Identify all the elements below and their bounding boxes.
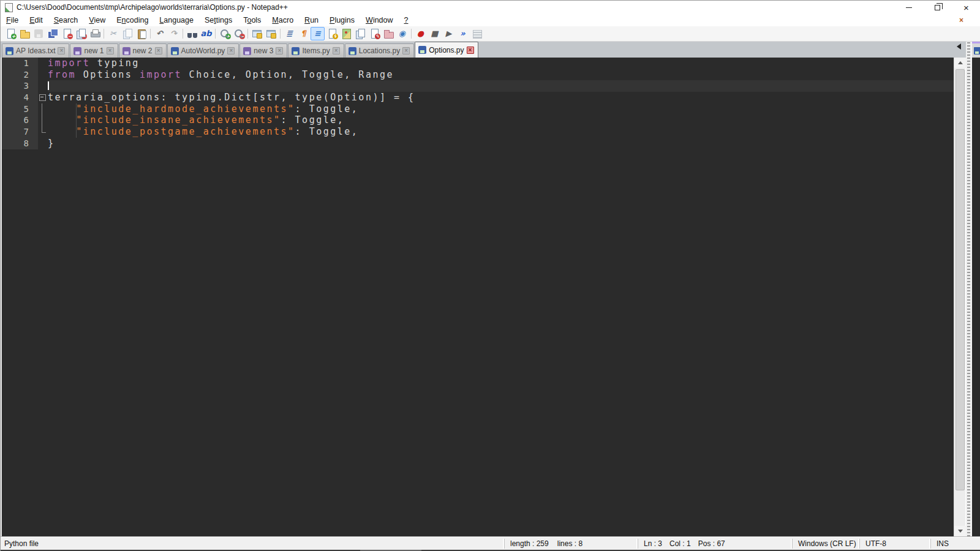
menu-edit[interactable]: Edit	[24, 15, 48, 26]
tab-bar: AP Ideas.txt×new 1×new 2×AutoWorld.py×ne…	[1, 42, 980, 58]
code-line: 7 "include_postgame_achievements": Toggl…	[2, 126, 954, 138]
line-number: 7	[2, 126, 38, 138]
paste-button[interactable]	[134, 27, 148, 40]
scroll-up-arrow[interactable]	[954, 58, 966, 68]
scroll-down-arrow[interactable]	[954, 526, 966, 536]
menu-window[interactable]: Window	[360, 15, 398, 26]
status-length-lines: length : 259 lines : 8	[504, 539, 638, 549]
menu-plugins[interactable]: Plugins	[324, 15, 360, 26]
tab-label: new 2	[133, 47, 153, 55]
tab-autoworld-py[interactable]: AutoWorld.py×	[167, 43, 239, 58]
tab-close-icon[interactable]: ×	[402, 47, 410, 54]
menubar-close-icon[interactable]: ×	[959, 16, 963, 24]
status-eol-format: Windows (CR LF)	[792, 539, 859, 549]
tab-new-1[interactable]: new 1×	[70, 43, 118, 58]
document-list-button[interactable]	[353, 27, 367, 40]
tab-close-icon[interactable]: ×	[467, 47, 474, 54]
close-button[interactable]: ×	[952, 1, 980, 14]
indent-guide	[76, 103, 77, 115]
menu-settings[interactable]: Settings	[199, 15, 238, 26]
tab-close-icon[interactable]: ×	[333, 47, 340, 54]
show-indent-guide-button[interactable]: ≡	[311, 27, 325, 40]
menu-search[interactable]: Search	[48, 15, 84, 26]
tab-new-3[interactable]: new 3×	[239, 43, 287, 58]
close-icon: ×	[963, 3, 969, 12]
save-recorded-macro-button[interactable]	[470, 27, 484, 40]
tab-scroll-left-arrow[interactable]	[957, 43, 961, 50]
monitoring-button[interactable]: ◉	[395, 27, 409, 40]
tab-new-2[interactable]: new 2×	[119, 43, 167, 58]
save-button[interactable]	[31, 27, 45, 40]
tab-ap-ideas-txt[interactable]: AP Ideas.txt×	[2, 43, 69, 58]
replace-button[interactable]: ab	[199, 27, 213, 40]
function-list-button[interactable]: ϟ	[325, 27, 339, 40]
code-text: "include_hardmode_achievements": Toggle,	[48, 103, 954, 115]
fold-marker[interactable]	[38, 92, 48, 103]
status-insert-mode[interactable]: INS	[930, 539, 980, 549]
token: import	[140, 69, 182, 80]
close-file-icon: −	[62, 29, 72, 39]
sync-vertical-scrolling-button[interactable]	[250, 27, 264, 40]
tab-options-py[interactable]: Options.py×	[415, 42, 478, 58]
code-line: 5 "include_hardmode_achievements": Toggl…	[2, 103, 954, 115]
copy-button[interactable]	[120, 27, 134, 40]
tab-locations-py[interactable]: Locations.py×	[345, 43, 414, 58]
menu-run[interactable]: Run	[299, 15, 324, 26]
close-file-button[interactable]: −	[59, 27, 74, 40]
code-line: 6 "include_insane_achievements": Toggle,	[2, 114, 954, 126]
zoom-in-button[interactable]: +	[217, 27, 232, 40]
save-all-button[interactable]	[45, 27, 59, 40]
tab-close-icon[interactable]: ×	[227, 47, 235, 54]
run-macro-multiple-times-button[interactable]: »	[456, 27, 470, 40]
tab-close-icon[interactable]: ×	[155, 47, 162, 54]
show-all-characters-icon: ¶	[299, 29, 309, 39]
menu-language[interactable]: Language	[154, 15, 199, 26]
restore-button[interactable]	[923, 1, 952, 14]
playback-button[interactable]: ▶	[442, 27, 456, 40]
tab-close-icon[interactable]: ×	[58, 47, 65, 54]
close-all-files-button[interactable]: −	[74, 27, 88, 40]
find-button[interactable]	[185, 27, 199, 40]
folder-as-workspace-button[interactable]	[381, 27, 395, 40]
tab-items-py[interactable]: Items.py×	[288, 43, 344, 58]
scrollbar-thumb[interactable]	[956, 69, 965, 490]
open-file-button[interactable]	[17, 27, 31, 40]
menu-file[interactable]: File	[1, 15, 24, 26]
code-line: 2from Options import Choice, Option, Tog…	[2, 69, 954, 81]
token: from	[48, 69, 76, 80]
word-wrap-button[interactable]: ≣	[282, 27, 296, 40]
sync-horizontal-scrolling-button[interactable]	[264, 27, 278, 40]
line-number: 4	[2, 92, 38, 103]
line-number: 5	[2, 103, 38, 115]
start-recording-button[interactable]: ●	[413, 27, 428, 40]
redo-button[interactable]: ↷	[167, 27, 181, 40]
show-all-characters-button[interactable]: ¶	[296, 27, 311, 40]
minimize-button[interactable]	[894, 1, 923, 14]
status-lines: lines : 8	[557, 539, 582, 548]
menu-macro[interactable]: Macro	[266, 15, 299, 26]
save-icon	[34, 29, 43, 39]
menu-view[interactable]: View	[83, 15, 111, 26]
cut-button[interactable]: ✂	[106, 27, 120, 40]
vertical-scrollbar[interactable]	[954, 58, 965, 536]
stop-recording-button[interactable]: ■	[428, 27, 442, 40]
new-file-button[interactable]: +	[3, 27, 17, 40]
tab-close-icon[interactable]: ×	[107, 47, 114, 54]
document-map-button[interactable]	[339, 27, 353, 40]
dock-splitter-gripper[interactable]	[966, 42, 971, 536]
title-bar: C:\Users\Dood\Documents\tmp\Archipelago\…	[1, 1, 980, 14]
document-edit-button[interactable]: ✎	[367, 27, 381, 40]
code-text: }	[48, 138, 954, 149]
zoom-out-button[interactable]: −	[232, 27, 246, 40]
menu-help[interactable]: ?	[399, 15, 414, 26]
partial-tab[interactable]	[972, 42, 980, 58]
menu-tools[interactable]: Tools	[238, 15, 266, 26]
tab-label: AutoWorld.py	[181, 47, 225, 55]
code-editor[interactable]: 1import typing2from Options import Choic…	[1, 58, 954, 536]
menu-encoding[interactable]: Encoding	[111, 15, 154, 26]
status-ln: Ln : 3	[644, 539, 662, 548]
zoom-in-icon: +	[220, 29, 230, 39]
print-button[interactable]	[88, 27, 102, 40]
tab-close-icon[interactable]: ×	[276, 47, 283, 54]
undo-button[interactable]: ↶	[153, 27, 167, 40]
